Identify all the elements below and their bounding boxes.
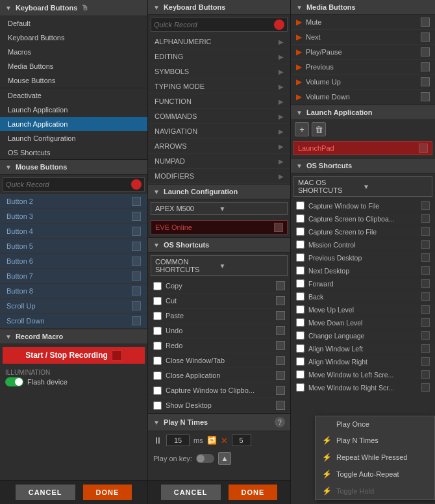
mouse-btn-6[interactable]: Button 6 [0, 254, 147, 269]
media-play-pause[interactable]: ▶ Play/Pause [291, 45, 435, 60]
mouse-btn-4[interactable]: Button 4 [0, 224, 147, 239]
menu-item-macros[interactable]: Macros [0, 45, 147, 59]
pause-icon[interactable]: ⏸ [153, 435, 162, 446]
shortcut-capture-window-checkbox[interactable] [153, 386, 162, 395]
menu-item-launch-app-selected[interactable]: Launch Application [0, 117, 147, 131]
mac-forward[interactable]: Forward [291, 277, 435, 290]
middle-os-header[interactable]: ▼ OS Shortcuts [148, 238, 290, 253]
mouse-scroll-up[interactable]: Scroll Up [0, 299, 147, 314]
shortcut-show-desktop[interactable]: Show Desktop [148, 398, 290, 413]
start-stop-recording-btn[interactable]: Start / Stop Recording [3, 347, 145, 364]
mac-move-window-right-screen-cb[interactable] [296, 383, 304, 392]
menu-item-deactivate[interactable]: Deactivate [0, 88, 147, 103]
mac-align-window-left[interactable]: Align Window Left [291, 342, 435, 355]
mouse-btn-5[interactable]: Button 5 [0, 239, 147, 254]
apex-select[interactable]: APEX M500 ▼ [151, 202, 288, 215]
cmd-function[interactable]: FUNCTION ▶ [148, 94, 290, 109]
menu-item-os-shortcuts[interactable]: OS Shortcuts [0, 145, 147, 159]
cmd-typing-mode[interactable]: TYPING MODE ▶ [148, 79, 290, 94]
shortcut-close-window[interactable]: Close Window/Tab [148, 353, 290, 368]
menu-item-launch-config[interactable]: Launch Configuration [0, 131, 147, 145]
middle-cancel-button[interactable]: CANCEL [161, 485, 221, 500]
middle-quick-record-input[interactable] [154, 21, 274, 29]
mac-forward-cb[interactable] [296, 279, 304, 288]
cmd-numpad[interactable]: NUMPAD ▶ [148, 154, 290, 169]
ms-value-input[interactable] [166, 435, 190, 446]
mouse-btn-7[interactable]: Button 7 [0, 269, 147, 284]
mac-prev-desktop[interactable]: Previous Desktop [291, 251, 435, 264]
play-on-key-toggle[interactable] [196, 454, 214, 463]
mac-capture-screen-file-cb[interactable] [296, 227, 304, 236]
media-previous[interactable]: ▶ Previous [291, 60, 435, 75]
middle-done-button[interactable]: DONE [229, 485, 278, 500]
mac-back[interactable]: Back [291, 290, 435, 303]
cmd-alphanumeric[interactable]: ALPHANUMERIC ▶ [148, 34, 290, 49]
right-launch-app-header[interactable]: ▼ Launch Application [291, 105, 435, 120]
mac-capture-screen-file[interactable]: Capture Screen to File [291, 225, 435, 238]
shortcut-close-app[interactable]: Close Application [148, 368, 290, 383]
menu-item-launch-app-1[interactable]: Launch Application [0, 103, 147, 117]
launch-config-header[interactable]: ▼ Launch Configuration [148, 184, 290, 199]
mac-move-down-level[interactable]: Move Down Level [291, 316, 435, 329]
cmd-navigation[interactable]: NAVIGATION ▶ [148, 124, 290, 139]
cmd-symbols[interactable]: SYMBOLS ▶ [148, 64, 290, 79]
shortcut-cut[interactable]: Cut [148, 294, 290, 309]
up-arrow-button[interactable]: ▲ [218, 452, 231, 465]
shortcut-close-window-checkbox[interactable] [153, 357, 162, 365]
media-mute[interactable]: ▶ Mute [291, 15, 435, 30]
mac-capture-screen-clipboard-cb[interactable] [296, 214, 304, 223]
mac-mission-control-cb[interactable] [296, 240, 304, 249]
shortcut-copy[interactable]: Copy [148, 279, 290, 294]
mouse-btn-8[interactable]: Button 8 [0, 284, 147, 299]
menu-item-default[interactable]: Default [0, 16, 147, 31]
mac-shortcuts-select[interactable]: MAC OS SHORTCUTS ▼ [293, 176, 432, 197]
play-n-times-header[interactable]: ▼ Play N Times ? [148, 414, 290, 431]
shortcut-undo[interactable]: Undo [148, 323, 290, 338]
ctx-play-once[interactable]: Play Once [316, 416, 434, 432]
record-macro-header[interactable]: ▼ Record Macro [0, 329, 147, 344]
mac-move-window-left-screen[interactable]: Move Window to Left Scre... [291, 368, 435, 381]
shortcut-paste[interactable]: Paste [148, 309, 290, 323]
mouse-record-button[interactable] [131, 179, 142, 190]
mac-capture-screen-clipboard[interactable]: Capture Screen to Clipboa... [291, 212, 435, 225]
ctx-toggle-hold[interactable]: ⚡ Toggle Hold [316, 483, 434, 499]
mouse-quick-record-input[interactable] [6, 181, 131, 188]
flash-toggle[interactable] [5, 377, 23, 386]
media-buttons-header[interactable]: ▼ Media Buttons [291, 0, 435, 15]
shortcut-capture-window[interactable]: Capture Window to Clipbo... [148, 383, 290, 398]
mac-move-up-level-cb[interactable] [296, 305, 304, 314]
media-next[interactable]: ▶ Next [291, 30, 435, 45]
shortcut-close-app-checkbox[interactable] [153, 372, 162, 380]
mac-align-window-left-cb[interactable] [296, 344, 304, 353]
help-button[interactable]: ? [275, 417, 285, 427]
shortcut-paste-checkbox[interactable] [153, 312, 162, 320]
mac-back-cb[interactable] [296, 292, 304, 301]
mac-change-language-cb[interactable] [296, 331, 304, 340]
menu-item-keyboard-buttons[interactable]: Keyboard Buttons [0, 31, 147, 45]
menu-item-mouse-buttons[interactable]: Mouse Buttons [0, 73, 147, 88]
shortcut-show-desktop-checkbox[interactable] [153, 401, 162, 410]
ctx-repeat-while-pressed[interactable]: ⚡ Repeat While Pressed [316, 449, 434, 466]
shortcut-undo-checkbox[interactable] [153, 327, 162, 335]
mac-move-window-left-screen-cb[interactable] [296, 370, 304, 379]
shortcut-cut-checkbox[interactable] [153, 297, 162, 305]
toggle-track[interactable] [5, 377, 23, 386]
cmd-arrows[interactable]: ARROWS ▶ [148, 139, 290, 154]
right-os-header[interactable]: ▼ OS Shortcuts [291, 158, 435, 173]
media-volume-down[interactable]: ▶ Volume Down [291, 90, 435, 105]
shortcut-redo-checkbox[interactable] [153, 342, 162, 350]
media-volume-up[interactable]: ▶ Volume Up [291, 75, 435, 90]
mac-next-desktop-cb[interactable] [296, 266, 304, 275]
keyboard-buttons-header[interactable]: ▼ Keyboard Buttons 🖱 [0, 0, 147, 16]
cmd-commands[interactable]: COMMANDS ▶ [148, 109, 290, 124]
left-cancel-button[interactable]: CANCEL [16, 485, 75, 500]
cmd-editing[interactable]: EDITING ▶ [148, 49, 290, 64]
mac-move-up-level[interactable]: Move Up Level [291, 303, 435, 316]
ctx-toggle-auto-repeat[interactable]: ⚡ Toggle Auto-Repeat [316, 466, 434, 483]
mac-next-desktop[interactable]: Next Desktop [291, 264, 435, 277]
mouse-btn-3[interactable]: Button 3 [0, 209, 147, 224]
shortcut-redo[interactable]: Redo [148, 338, 290, 353]
mouse-btn-2[interactable]: Button 2 [0, 194, 147, 209]
shortcut-copy-checkbox[interactable] [153, 282, 162, 290]
mouse-buttons-header[interactable]: ▼ Mouse Buttons [0, 160, 147, 175]
